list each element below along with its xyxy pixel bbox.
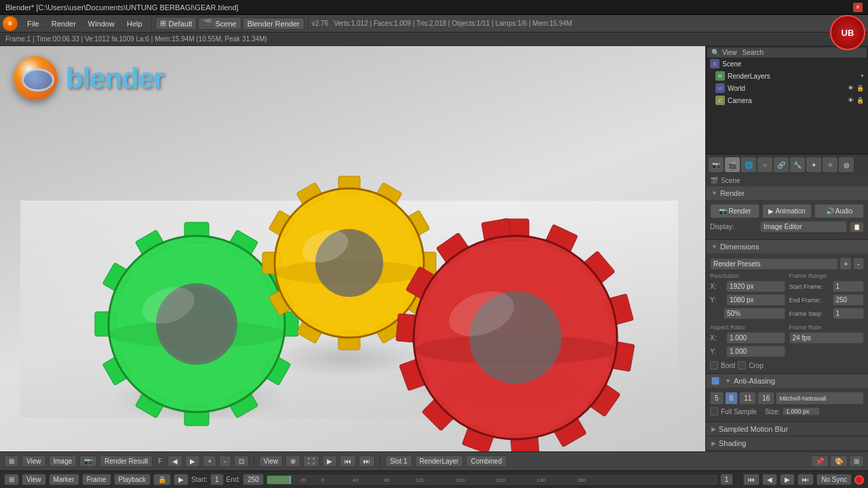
menu-file[interactable]: File — [22, 18, 45, 29]
prev-frame-btn[interactable]: ◀ — [167, 455, 182, 467]
render-result-label[interactable]: Render Result — [100, 455, 153, 467]
prop-icon-world[interactable]: 🌐 — [741, 157, 756, 172]
res-y-input[interactable]: 1080 px — [726, 294, 785, 306]
prop-icon-modifiers[interactable]: 🔧 — [790, 157, 805, 172]
bord-checkbox[interactable] — [710, 361, 718, 369]
extra-btn-2[interactable]: 🎨 — [830, 455, 848, 467]
blender-menu-logo[interactable]: B — [3, 16, 18, 31]
display-select[interactable]: Image Editor — [760, 221, 847, 232]
res-percent-input[interactable]: 50% — [724, 308, 785, 319]
outliner-view-btn[interactable]: View — [722, 49, 737, 56]
full-sample-checkbox[interactable] — [710, 407, 718, 415]
prev-btn[interactable]: ⏮ — [340, 455, 356, 467]
zoom-in-btn[interactable]: + — [203, 455, 216, 467]
play-forward-btn[interactable]: ▶ — [780, 474, 795, 485]
prop-icon-scene[interactable]: 🎬 — [725, 157, 740, 172]
frame-step-input[interactable]: 1 — [833, 308, 865, 319]
prop-icon-physics[interactable]: ⚛ — [823, 157, 837, 172]
aa-16-btn[interactable]: 16 — [757, 392, 774, 405]
extra-btn-3[interactable]: ⊞ — [849, 455, 864, 467]
framerate-input[interactable]: 24 fps — [789, 332, 865, 344]
jump-start-btn[interactable]: ⏮ — [743, 474, 760, 485]
res-x-input[interactable]: 1920 px — [726, 281, 785, 292]
shading-header[interactable]: ▶ Shading — [706, 436, 868, 450]
slot-selector[interactable]: Slot 1 — [385, 455, 412, 467]
no-sync-btn[interactable]: No Sync — [816, 474, 852, 485]
toolbar-image-btn[interactable]: Image — [49, 455, 77, 467]
size-input[interactable]: 1.000 px — [783, 407, 820, 415]
end-input[interactable]: 250 — [243, 474, 264, 485]
jump-end-btn[interactable]: ⏭ — [797, 474, 814, 485]
timeline-scrubber[interactable]: -40 -20 0 40 80 120 160 200 240 280 — [267, 475, 717, 485]
current-frame-input[interactable]: 1 — [720, 474, 734, 485]
play-btn[interactable]: ▶ — [322, 455, 337, 467]
outliner-world-visibility[interactable]: 👁 — [848, 85, 854, 92]
dimensions-header[interactable]: ▼ Dimensions — [706, 240, 868, 253]
close-button[interactable]: × — [853, 3, 863, 12]
performance-header[interactable]: ▶ Performance — [706, 451, 868, 451]
render-presets-input[interactable]: Render Presets — [710, 258, 838, 270]
render-engine-selector[interactable]: Blender Render — [243, 18, 304, 30]
end-frame-input[interactable]: 250 — [833, 294, 865, 306]
outliner-camera-action[interactable]: 🔒 — [856, 97, 864, 104]
aspect-x-input[interactable]: 1.000 — [726, 332, 785, 344]
outliner-renderlayers-action[interactable]: + — [861, 73, 864, 79]
crop-checkbox[interactable] — [738, 361, 746, 369]
toolbar-view2-btn[interactable]: View — [259, 455, 283, 467]
animation-button[interactable]: ▶ Animation — [762, 204, 812, 218]
preset-remove-btn[interactable]: - — [853, 258, 864, 270]
audio-button[interactable]: 🔊 Audio — [814, 204, 864, 218]
timeline-lock-btn[interactable]: 🔒 — [153, 474, 171, 485]
aspect-y-input[interactable]: 1.000 — [726, 346, 785, 357]
display-icon-btn[interactable]: 📋 — [850, 222, 864, 232]
aa-11-btn[interactable]: 11 — [739, 392, 756, 405]
prop-icon-constraints[interactable]: 🔗 — [774, 157, 789, 172]
timeline-icon-btn[interactable]: ⊞ — [4, 474, 19, 485]
outliner-world[interactable]: W World 👁 🔒 — [707, 82, 867, 94]
toolbar-view-btn[interactable]: ⊞ — [4, 455, 19, 467]
outliner-camera[interactable]: C Camera 👁 🔒 — [707, 94, 867, 106]
timeline-unlock-btn[interactable]: ▶ — [174, 474, 189, 485]
preset-add-btn[interactable]: + — [840, 258, 852, 270]
next-frame-btn[interactable]: ▶ — [185, 455, 200, 467]
toolbar-view-label[interactable]: View — [22, 455, 46, 467]
zoom-out-btn[interactable]: - — [219, 455, 231, 467]
prop-icon-particles[interactable]: ✦ — [806, 157, 821, 172]
timeline-view-btn[interactable]: View — [22, 474, 46, 485]
aa-5-btn[interactable]: 5 — [710, 392, 724, 405]
play-reverse-btn[interactable]: ◀ — [762, 474, 777, 485]
screen-layout-selector[interactable]: ⊞ Default — [155, 17, 197, 30]
outliner-camera-visibility[interactable]: 👁 — [848, 97, 854, 104]
view-zoom-btn[interactable]: ⊕ — [285, 455, 300, 467]
timeline-frame-btn[interactable]: Frame — [82, 474, 111, 485]
outliner-world-action[interactable]: 🔒 — [856, 85, 864, 92]
prop-icon-object[interactable]: ○ — [757, 157, 772, 172]
menu-window[interactable]: Window — [83, 18, 120, 29]
aa-filter-select[interactable]: Mitchell-Netravali — [776, 392, 864, 405]
aa-header[interactable]: ▼ Anti-Aliasing — [706, 374, 868, 388]
aa-checkbox[interactable] — [711, 377, 719, 385]
start-input[interactable]: 1 — [210, 474, 224, 485]
menu-help[interactable]: Help — [121, 18, 148, 29]
outliner-scene[interactable]: S Scene — [707, 58, 867, 70]
aa-8-btn[interactable]: 8 — [725, 392, 738, 405]
timeline-playback-btn[interactable]: Playback — [114, 474, 151, 485]
render-section-header[interactable]: ▼ Render — [706, 186, 868, 200]
record-btn[interactable] — [854, 475, 864, 485]
start-frame-input[interactable]: 1 — [833, 281, 865, 292]
next-btn[interactable]: ⏭ — [359, 455, 375, 467]
viewport[interactable]: blender — [0, 46, 705, 451]
outliner-renderlayers[interactable]: R RenderLayers + — [707, 70, 867, 82]
scene-selector[interactable]: 🎬 Scene — [198, 17, 241, 30]
sampled-motion-blur-header[interactable]: ▶ Sampled Motion Blur — [706, 422, 868, 436]
prop-icon-render[interactable]: 📷 — [709, 157, 724, 172]
extra-btn-1[interactable]: 📌 — [811, 455, 829, 467]
timeline-marker-btn[interactable]: Marker — [49, 474, 79, 485]
toolbar-render-icon[interactable]: 📷 — [79, 455, 97, 467]
menu-render[interactable]: Render — [46, 18, 81, 29]
outliner-search-btn[interactable]: Search — [743, 49, 764, 56]
combined-selector[interactable]: Combined — [466, 455, 507, 467]
view-fullscreen-btn[interactable]: ⛶ — [303, 455, 319, 467]
prop-icon-material[interactable]: ◍ — [839, 157, 854, 172]
zoom-fit-btn[interactable]: ⊡ — [234, 455, 249, 467]
